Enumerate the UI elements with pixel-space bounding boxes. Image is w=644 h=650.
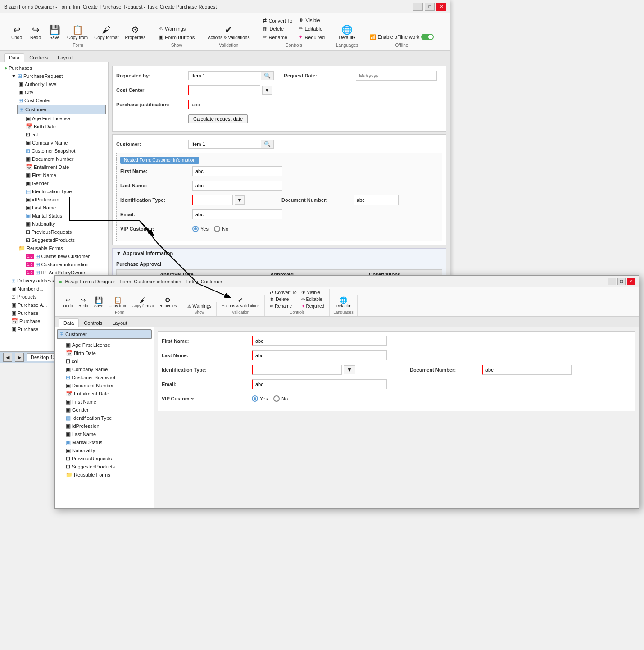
sm-properties-btn[interactable]: ⚙ Properties (157, 296, 178, 309)
tree-first-name[interactable]: ▣ First Name (24, 171, 106, 179)
w2-email-input[interactable] (252, 379, 387, 389)
nested-last-name-input[interactable] (192, 181, 282, 191)
requested-by-search[interactable]: 🔍 (188, 71, 274, 80)
approval-header[interactable]: ▼ Approval Information (113, 249, 446, 258)
tree2-identification-type[interactable]: ▤ Identification Type (64, 414, 152, 422)
sm-default-btn[interactable]: 🌐 Default▾ (335, 296, 353, 309)
w2-vip-yes[interactable]: Yes (252, 395, 268, 402)
nested-first-name-input[interactable] (192, 166, 282, 176)
w2-first-name-input[interactable] (252, 336, 387, 346)
tree2-id-profession[interactable]: ▣ idProfession (64, 422, 152, 430)
tab-controls-2[interactable]: Controls (79, 318, 107, 327)
sm-editable-btn[interactable]: ✏ Editable (300, 296, 326, 302)
customer-input[interactable] (189, 141, 261, 148)
form-buttons-btn[interactable]: ▣ Form Buttons (157, 33, 196, 41)
redo-btn[interactable]: ↪ Redo (27, 24, 44, 41)
request-date-input[interactable] (356, 71, 437, 81)
sm-visible-btn[interactable]: 👁 Visible (300, 290, 326, 295)
w2-last-name-input[interactable] (252, 350, 387, 360)
close-btn-2[interactable]: ✕ (627, 278, 635, 285)
tree2-last-name[interactable]: ▣ Last Name (64, 430, 152, 438)
tree2-first-name[interactable]: ▣ First Name (64, 398, 152, 406)
tree-company-name[interactable]: ▣ Company Name (24, 139, 106, 147)
tree-marital-status[interactable]: ▣ Marital Status (24, 212, 106, 220)
tree2-previous-requests[interactable]: ⊡ PreviousRequests (64, 455, 152, 463)
w2-vip-no[interactable]: No (273, 395, 288, 402)
nav-prev-btn[interactable]: ◀ (3, 353, 12, 362)
tree2-birth-date[interactable]: 📅 Birth Date (64, 349, 152, 357)
customer-search[interactable]: 🔍 (188, 140, 274, 149)
nested-doc-number-input[interactable] (354, 195, 399, 205)
requested-by-input[interactable] (189, 72, 261, 79)
tree-purchases[interactable]: ● Purchases (2, 64, 106, 72)
restore-btn-2[interactable]: □ (617, 278, 626, 285)
tree2-reusable-forms[interactable]: 📁 Reusable Forms (64, 471, 152, 479)
sm-actions-btn[interactable]: ✔ Actions & Validations (220, 296, 261, 309)
minimize-btn-2[interactable]: – (608, 278, 616, 285)
minimize-btn-1[interactable]: – (413, 3, 423, 11)
sm-convert-btn[interactable]: ⇄ Convert To (268, 290, 298, 295)
purchase-justification-input[interactable] (188, 100, 368, 109)
sm-required-btn[interactable]: ✦ Required (300, 303, 326, 309)
sm-undo-btn[interactable]: ↩ Undo (61, 296, 75, 309)
tree-authority-level[interactable]: ▣ Authority Level (17, 80, 106, 88)
required-btn[interactable]: ✦ Required (297, 33, 327, 41)
sm-save-btn[interactable]: 💾 Save (92, 296, 105, 309)
calculate-request-date-btn[interactable]: Calculate request date (188, 114, 248, 123)
tree-document-number[interactable]: ▣ Document Number (24, 155, 106, 163)
tree2-nationality[interactable]: ▣ Nationality (64, 446, 152, 455)
cost-center-input[interactable] (188, 85, 260, 95)
sm-delete-btn[interactable]: 🗑 Delete (268, 296, 298, 302)
nested-vip-yes[interactable]: Yes (192, 226, 209, 232)
editable-btn[interactable]: ✏ Editable (297, 25, 327, 32)
copy-from-btn[interactable]: 📋 Copy from (65, 24, 90, 41)
delete-btn[interactable]: 🗑 Delete (261, 25, 294, 32)
rename-btn[interactable]: ✏ Rename (261, 33, 294, 41)
sm-redo-btn[interactable]: ↪ Redo (77, 296, 90, 309)
tree-city[interactable]: ▣ City (17, 88, 106, 96)
tree-suggested-products[interactable]: ⊡ SuggestedProducts (24, 236, 106, 244)
tree-reusable-forms[interactable]: 📁 Reusable Forms (17, 244, 106, 252)
tree-claims[interactable]: 1.0 ⊞ Claims new Customer (24, 252, 106, 260)
tree-gender[interactable]: ▣ Gender (24, 179, 106, 187)
tree-customer[interactable]: ⊞ Customer (17, 105, 106, 114)
close-btn-1[interactable]: ✕ (436, 3, 446, 11)
sm-copy-from-btn[interactable]: 📋 Copy from (107, 296, 129, 309)
tree2-customer[interactable]: ⊞ Customer (57, 329, 152, 339)
w2-id-type-input[interactable] (252, 365, 342, 375)
tree2-age-first-license[interactable]: ▣ Age First License (64, 341, 152, 349)
offline-toggle[interactable] (421, 34, 434, 40)
actions-btn[interactable]: ✔ Actions & Validations (206, 24, 251, 41)
tab-data-1[interactable]: Data (4, 53, 24, 62)
tab-layout-1[interactable]: Layout (53, 53, 77, 62)
convert-to-btn[interactable]: ⇄ Convert To (261, 17, 294, 24)
tree-last-name[interactable]: ▣ Last Name (24, 204, 106, 212)
tree2-document-number[interactable]: ▣ Document Number (64, 382, 152, 390)
restore-btn-1[interactable]: □ (425, 3, 435, 11)
tree2-marital-status[interactable]: ▣ Marital Status (64, 438, 152, 446)
sm-copy-format-btn[interactable]: 🖌 Copy format (131, 296, 155, 309)
tree-cost-center[interactable]: ⊞ Cost Center (17, 96, 106, 105)
nested-email-input[interactable] (192, 209, 282, 219)
sm-rename-btn[interactable]: ✏ Rename (268, 303, 298, 309)
tab-layout-2[interactable]: Layout (107, 318, 132, 327)
nested-vip-no[interactable]: No (214, 226, 228, 232)
tree-birth-date[interactable]: 📅 Birth Date (24, 123, 106, 131)
save-btn[interactable]: 💾 Save (46, 24, 63, 41)
nav-next-btn[interactable]: ▶ (15, 353, 24, 362)
tree-previous-requests[interactable]: ⊡ PreviousRequests (24, 228, 106, 236)
tree-id-profession[interactable]: ▣ idProfession (24, 195, 106, 204)
w2-doc-number-input[interactable] (482, 365, 572, 375)
visible-btn[interactable]: 👁 Visible (297, 17, 327, 24)
tree2-entailment-date[interactable]: 📅 Entailment Date (64, 390, 152, 398)
requested-by-search-btn[interactable]: 🔍 (261, 72, 273, 80)
tree2-gender[interactable]: ▣ Gender (64, 406, 152, 414)
sm-warnings-btn[interactable]: ⚠ Warnings (186, 303, 213, 309)
tab-data-2[interactable]: Data (59, 318, 79, 327)
tree-customer-snapshot[interactable]: ⊞ Customer Snapshot (24, 147, 106, 155)
tree-col[interactable]: ⊡ col (24, 131, 106, 139)
tree-age-first-license[interactable]: ▣ Age First License (24, 114, 106, 123)
tree2-company-name[interactable]: ▣ Company Name (64, 365, 152, 373)
copy-format-btn[interactable]: 🖌 Copy format (92, 24, 120, 41)
tree-purchase-request[interactable]: ▼ ⊞ PurchaseRequest (9, 72, 106, 80)
